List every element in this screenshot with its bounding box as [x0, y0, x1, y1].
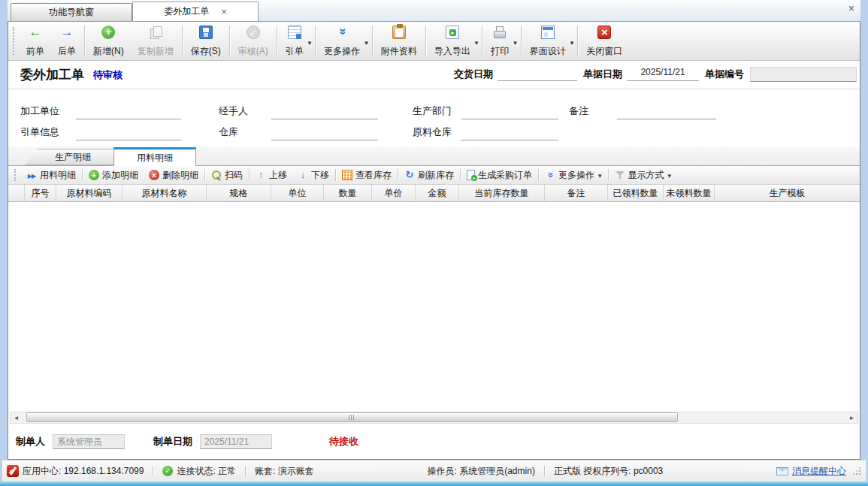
print-button[interactable]: 打印	[484, 22, 516, 60]
col-material-name[interactable]: 原材料名称	[122, 185, 207, 201]
new-button[interactable]: 新增(N)	[86, 22, 131, 60]
more-actions-button[interactable]: 更多操作	[317, 22, 367, 60]
detail-toolbar-grip[interactable]	[14, 169, 18, 181]
pull-order-doc-icon	[288, 26, 301, 39]
ui-design-button[interactable]: 界面设计	[523, 22, 573, 60]
tabstrip-close-icon[interactable]: ×	[848, 3, 854, 14]
envelope-icon	[776, 467, 788, 475]
import-export-button[interactable]: 导入导出	[428, 22, 477, 60]
toolbar-separator	[229, 26, 230, 56]
scrollbar-grip-icon	[349, 415, 355, 420]
clipboard-icon	[392, 26, 406, 39]
prev-doc-button[interactable]: 前单	[20, 22, 51, 60]
tab-function-navigator-label: 功能导航窗	[49, 6, 94, 19]
message-center-link[interactable]: 消息提醒中心	[776, 465, 846, 478]
ref-info-field[interactable]	[76, 126, 181, 140]
next-doc-button[interactable]: 后单	[51, 22, 83, 60]
scroll-right-icon[interactable]: ►	[846, 412, 857, 423]
scrollbar-thumb[interactable]	[26, 412, 678, 422]
view-stock-button[interactable]: 查看库存	[337, 169, 397, 182]
processing-unit-field[interactable]	[76, 105, 181, 119]
toolbar-separator	[277, 26, 277, 56]
detail-toolbar-separator	[538, 169, 539, 181]
pull-order-dropdown-icon[interactable]	[308, 35, 312, 48]
print-dropdown-icon[interactable]	[513, 35, 517, 48]
toolbar-separator	[372, 26, 373, 56]
remark-field[interactable]	[617, 105, 716, 119]
col-material-code[interactable]: 原材料编码	[56, 185, 122, 201]
col-unissued-qty[interactable]: 未领料数量	[664, 185, 715, 201]
audit-check-icon	[246, 26, 260, 39]
display-mode-button[interactable]: 显示方式	[609, 169, 677, 182]
remark-label: 备注	[569, 104, 617, 119]
resize-grip-icon[interactable]	[852, 466, 861, 475]
ui-design-dropdown-icon[interactable]	[570, 35, 574, 48]
statusbar-separator	[245, 466, 246, 476]
production-dept-field[interactable]	[461, 105, 558, 119]
move-down-button[interactable]: 下移	[292, 169, 334, 182]
warehouse-field[interactable]	[271, 126, 378, 140]
detail-toolbar-separator	[608, 169, 609, 181]
tab-function-navigator[interactable]: 功能导航窗	[11, 3, 132, 21]
delete-row-button[interactable]: 删除明细	[144, 169, 204, 182]
detail-more-dropdown-icon	[597, 170, 602, 180]
col-amount[interactable]: 金额	[416, 185, 459, 201]
toolbar-separator	[577, 26, 578, 56]
pull-order-button[interactable]: 引单	[279, 22, 310, 60]
horizontal-scrollbar[interactable]: ◄ ►	[10, 412, 858, 424]
col-issued-qty[interactable]: 已领料数量	[608, 185, 664, 201]
import-export-dropdown-icon[interactable]	[475, 35, 479, 48]
connection-ok-icon	[162, 466, 173, 476]
scrollbar-track[interactable]	[22, 412, 846, 423]
refresh-stock-button[interactable]: 刷新库存	[399, 169, 459, 182]
license-status: 正式版 授权序列号: pc0003	[554, 465, 663, 478]
material-warehouse-field[interactable]	[461, 126, 558, 140]
detail-toolbar-separator	[398, 169, 398, 181]
material-warehouse-label: 原料仓库	[413, 125, 461, 140]
handler-field[interactable]	[271, 105, 378, 119]
col-qty[interactable]: 数量	[324, 185, 372, 201]
tab-close-icon[interactable]: ×	[221, 7, 227, 17]
printer-icon	[493, 26, 507, 39]
doc-play-icon	[467, 170, 475, 180]
doc-no-label: 单据编号	[705, 68, 744, 83]
save-button[interactable]: 保存(S)	[184, 22, 228, 60]
col-price[interactable]: 单价	[372, 185, 416, 201]
copy-icon	[149, 26, 162, 39]
col-remark[interactable]: 备注	[545, 185, 608, 201]
grid-body[interactable]	[8, 202, 860, 412]
save-disk-icon	[199, 26, 213, 39]
create-date-field: 2025/11/21	[200, 434, 272, 449]
scan-code-button[interactable]: 扫码	[206, 169, 248, 182]
col-production-template[interactable]: 生产模板	[715, 185, 860, 201]
scroll-left-icon[interactable]: ◄	[11, 412, 22, 423]
toolbar-grip[interactable]	[13, 27, 17, 55]
tab-production-detail[interactable]: 生产明细	[25, 149, 121, 165]
tab-outsourcing-order[interactable]: 委外加工单 ×	[132, 2, 259, 21]
generate-po-button[interactable]: 生成采购订单	[461, 169, 537, 182]
content-frame: 前单 后单 新增(N) 复制新增 保存(S) 审	[8, 21, 860, 460]
double-play-icon	[26, 170, 37, 180]
document-tabstrip: 功能导航窗 委外加工单 × ×	[8, 0, 860, 21]
add-row-button[interactable]: 添加明细	[83, 169, 144, 182]
copy-new-button: 复制新增	[131, 22, 180, 60]
warehouse-label: 仓库	[219, 125, 271, 140]
col-spec[interactable]: 规格	[207, 185, 271, 201]
col-seq[interactable]: 序号	[25, 185, 56, 201]
tab-material-detail[interactable]: 用料明细	[113, 147, 196, 166]
move-up-button[interactable]: 上移	[250, 169, 292, 182]
detail-more-actions-button[interactable]: 更多操作	[540, 169, 607, 182]
col-stock-qty[interactable]: 当前库存数量	[459, 185, 545, 201]
more-actions-dropdown-icon[interactable]	[364, 35, 368, 48]
close-window-button[interactable]: 关闭窗口	[579, 22, 629, 60]
doc-no-field	[750, 67, 857, 82]
col-unit[interactable]: 单位	[271, 185, 324, 201]
material-detail-title-button[interactable]: 用料明细	[21, 169, 81, 182]
delivery-date-field[interactable]	[498, 67, 577, 81]
doc-date-field[interactable]: 2025/11/21	[627, 67, 699, 81]
creator-field: 系统管理员	[53, 434, 125, 449]
toolbar-separator	[84, 26, 85, 56]
account-set-status: 账套: 演示账套	[255, 465, 314, 478]
display-mode-dropdown-icon	[667, 170, 672, 180]
attachment-button[interactable]: 附件资料	[374, 22, 424, 60]
